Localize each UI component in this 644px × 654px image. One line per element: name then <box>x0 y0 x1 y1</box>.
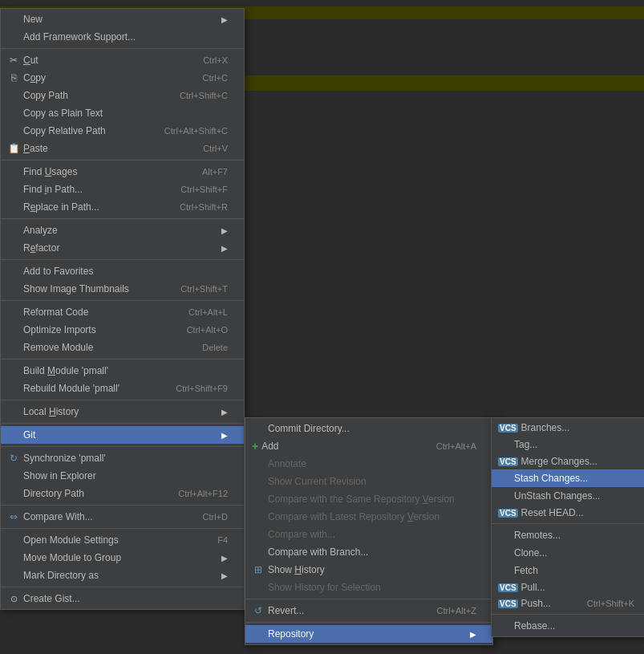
rebuild-icon <box>7 382 20 395</box>
scissors-icon: ✂ <box>7 54 20 67</box>
menu-item-show-explorer[interactable]: Show in Explorer <box>1 467 244 485</box>
build-icon <box>7 364 20 377</box>
menu-item-reformat[interactable]: Reformat Code Ctrl+Alt+L <box>1 303 244 321</box>
separator-10 <box>1 505 244 506</box>
history-selection-icon <box>252 581 265 594</box>
directory-icon <box>7 487 20 500</box>
menu-item-copy[interactable]: ⎘ Copy Ctrl+C <box>1 69 244 87</box>
clone-icon <box>498 546 511 559</box>
find-usages-icon <box>7 165 20 178</box>
separator-12 <box>1 587 244 587</box>
menu-item-unstash-changes[interactable]: UnStash Changes... <box>492 487 644 505</box>
copy-plain-icon <box>7 107 20 120</box>
separator-5 <box>1 300 244 301</box>
copy-relative-icon <box>7 124 20 137</box>
rebase-icon <box>498 619 511 632</box>
menu-item-show-history-selection: Show History for Selection <box>245 579 492 596</box>
copy-icon: ⎘ <box>7 71 20 84</box>
menu-item-rebuild-module[interactable]: Rebuild Module 'pmall' Ctrl+Shift+F9 <box>1 380 244 397</box>
menu-item-show-history[interactable]: ⊞ Show History <box>245 561 492 579</box>
menu-item-find-usages[interactable]: Find Usages Alt+F7 <box>1 163 244 181</box>
menu-item-mark-directory[interactable]: Mark Directory as ▶ <box>1 567 244 584</box>
menu-item-compare-branch[interactable]: Compare with Branch... <box>245 543 492 561</box>
refactor-arrow: ▶ <box>213 244 228 253</box>
module-settings-icon <box>7 534 20 546</box>
history-arrow: ▶ <box>213 408 228 416</box>
menu-item-clone[interactable]: Clone... <box>492 544 644 562</box>
menu-item-synchronize[interactable]: ↻ Synchronize 'pmall' <box>1 449 244 467</box>
tag-icon <box>498 438 511 451</box>
menu-item-build-module[interactable]: Build Module 'pmall' <box>1 362 244 380</box>
context-menu-main: New ▶ Add Framework Support... ✂ Cut Ctr… <box>0 8 245 610</box>
menu-item-analyze[interactable]: Analyze ▶ <box>1 221 244 239</box>
fetch-icon <box>498 564 511 577</box>
menu-item-add-favorites[interactable]: Add to Favorites <box>1 262 244 280</box>
explorer-icon <box>7 469 20 482</box>
remove-module-icon <box>7 341 20 354</box>
favorites-icon <box>7 265 20 278</box>
vcs-merge-icon: VCS <box>498 457 518 466</box>
revert-icon: ↺ <box>252 604 265 617</box>
menu-item-remove-module[interactable]: Remove Module Delete <box>1 339 244 356</box>
menu-item-add[interactable]: + Add Ctrl+Alt+A <box>245 437 492 455</box>
move-module-arrow: ▶ <box>213 554 228 563</box>
menu-item-find-path[interactable]: Find in Path... Ctrl+Shift+F <box>1 181 244 198</box>
menu-item-annotate: Annotate <box>245 455 492 473</box>
compare-icon: ⇔ <box>7 510 20 523</box>
menu-item-fetch[interactable]: Fetch <box>492 562 644 579</box>
annotate-icon <box>252 457 265 470</box>
menu-item-merge-changes[interactable]: VCS Merge Changes... <box>492 453 644 469</box>
menu-item-refactor[interactable]: Refactor ▶ <box>1 239 244 257</box>
vcs-reset-icon: VCS <box>498 509 518 518</box>
separator-4 <box>1 259 244 260</box>
menu-item-compare-same-repo: Compare with the Same Repository Version <box>245 490 492 508</box>
menu-item-rebase[interactable]: Rebase... <box>492 617 644 635</box>
menu-item-revert[interactable]: ↺ Revert... Ctrl+Alt+Z <box>245 602 492 619</box>
menu-item-copy-relative[interactable]: Copy Relative Path Ctrl+Alt+Shift+C <box>1 122 244 140</box>
menu-item-compare-latest-repo: Compare with Latest Repository Version <box>245 508 492 526</box>
menu-item-reset-head[interactable]: VCS Reset HEAD... <box>492 505 644 521</box>
git-sep-2 <box>245 622 492 623</box>
menu-item-directory-path[interactable]: Directory Path Ctrl+Alt+F12 <box>1 485 244 502</box>
paste-icon: 📋 <box>7 142 20 155</box>
separator-8 <box>1 423 244 424</box>
menu-item-create-gist[interactable]: ⊙ Create Gist... <box>1 590 244 607</box>
vcs-pull-icon: VCS <box>498 583 518 592</box>
separator-9 <box>1 446 244 447</box>
current-revision-icon <box>252 475 265 488</box>
menu-item-commit-dir[interactable]: Commit Directory... <box>245 420 492 437</box>
menu-item-replace-path[interactable]: Replace in Path... Ctrl+Shift+R <box>1 198 244 216</box>
menu-item-stash-changes[interactable]: Stash Changes... <box>492 469 644 487</box>
menu-item-local-history[interactable]: Local History ▶ <box>1 403 244 420</box>
add-icon: + <box>252 440 258 453</box>
menu-item-tag[interactable]: Tag... <box>492 436 644 453</box>
menu-item-new[interactable]: New ▶ <box>1 10 244 28</box>
menu-item-copy-plain[interactable]: Copy as Plain Text <box>1 104 244 122</box>
menu-item-cut[interactable]: ✂ Cut Ctrl+X <box>1 51 244 69</box>
sync-icon: ↻ <box>7 452 20 465</box>
remotes-icon <box>498 529 511 542</box>
vcs-branches-icon: VCS <box>498 424 518 433</box>
move-module-icon <box>7 551 20 564</box>
menu-item-repository[interactable]: Repository ▶ <box>245 625 492 643</box>
menu-item-copy-path[interactable]: Copy Path Ctrl+Shift+C <box>1 87 244 104</box>
menu-item-move-module[interactable]: Move Module to Group ▶ <box>1 549 244 567</box>
menu-item-compare-with[interactable]: ⇔ Compare With... Ctrl+D <box>1 508 244 526</box>
git-icon <box>7 429 20 441</box>
menu-item-paste[interactable]: 📋 Paste Ctrl+V <box>1 140 244 157</box>
menu-item-git[interactable]: Git ▶ <box>1 426 244 444</box>
reformat-icon <box>7 306 20 319</box>
stash-icon <box>498 472 511 485</box>
show-history-icon: ⊞ <box>252 563 265 576</box>
separator-11 <box>1 528 244 529</box>
menu-item-show-current-revision: Show Current Revision <box>245 473 492 490</box>
menu-item-pull[interactable]: VCS Pull... <box>492 579 644 595</box>
menu-item-push[interactable]: VCS Push... Ctrl+Shift+K <box>492 595 644 611</box>
replace-path-icon <box>7 201 20 213</box>
menu-item-optimize[interactable]: Optimize Imports Ctrl+Alt+O <box>1 321 244 339</box>
menu-item-open-module-settings[interactable]: Open Module Settings F4 <box>1 531 244 549</box>
menu-item-branches[interactable]: VCS Branches... <box>492 420 644 436</box>
menu-item-add-framework[interactable]: Add Framework Support... <box>1 28 244 46</box>
menu-item-remotes[interactable]: Remotes... <box>492 526 644 544</box>
menu-item-thumbnails[interactable]: Show Image Thumbnails Ctrl+Shift+T <box>1 280 244 298</box>
